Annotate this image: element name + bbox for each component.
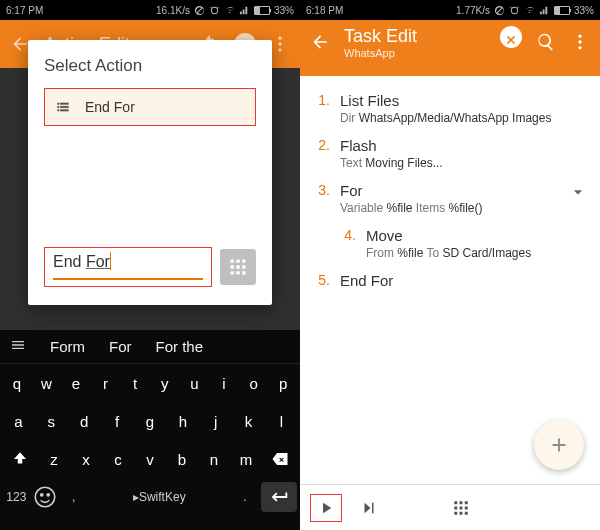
task-list: 1.List FilesDir WhatsApp/Media/WhatsApp … <box>300 76 600 476</box>
key-u[interactable]: u <box>181 368 207 398</box>
key-n[interactable]: n <box>201 444 227 474</box>
suggestion[interactable]: For <box>109 338 132 355</box>
period-key[interactable]: . <box>232 482 258 512</box>
category-grid-button[interactable] <box>220 249 256 285</box>
key-c[interactable]: c <box>105 444 131 474</box>
fab-add[interactable] <box>534 420 584 470</box>
back-icon[interactable] <box>310 32 330 52</box>
page-subtitle: WhatsApp <box>344 47 486 59</box>
more-icon[interactable] <box>570 32 590 52</box>
emoji-key[interactable] <box>32 482 58 512</box>
key-s[interactable]: s <box>38 406 64 436</box>
backspace-key[interactable] <box>262 444 298 474</box>
key-l[interactable]: l <box>268 406 294 436</box>
key-y[interactable]: y <box>152 368 178 398</box>
task-subtitle: From %file To SD Card/Images <box>366 246 588 260</box>
key-g[interactable]: g <box>137 406 163 436</box>
task-title: List Files <box>340 92 588 109</box>
list-icon <box>55 99 71 115</box>
key-e[interactable]: e <box>63 368 89 398</box>
wifi-icon <box>224 5 235 16</box>
key-w[interactable]: w <box>33 368 59 398</box>
search-input[interactable]: End For <box>44 247 212 287</box>
comma-key[interactable]: , <box>61 482 87 512</box>
key-d[interactable]: d <box>71 406 97 436</box>
key-k[interactable]: k <box>236 406 262 436</box>
task-number: 2. <box>312 137 330 170</box>
search-icon[interactable] <box>536 32 556 52</box>
key-a[interactable]: a <box>5 406 31 436</box>
action-result-label: End For <box>85 99 135 115</box>
page-title: Task Edit <box>344 26 486 47</box>
signal-icon <box>239 5 250 16</box>
task-title: Flash <box>340 137 588 154</box>
task-title: End For <box>340 272 588 289</box>
back-icon[interactable] <box>10 34 30 54</box>
numbers-key[interactable]: 123 <box>3 482 29 512</box>
task-number: 3. <box>312 182 330 215</box>
battery-icon <box>554 6 570 15</box>
more-icon[interactable] <box>270 34 290 54</box>
key-v[interactable]: v <box>137 444 163 474</box>
enter-key[interactable] <box>261 482 297 512</box>
status-batt-pct: 33% <box>274 5 294 16</box>
task-title: For <box>340 182 558 199</box>
key-b[interactable]: b <box>169 444 195 474</box>
key-h[interactable]: h <box>170 406 196 436</box>
task-title: Move <box>366 227 588 244</box>
svg-point-4 <box>41 494 43 496</box>
select-action-modal: Select Action End For End For <box>28 40 272 305</box>
suggestion[interactable]: For the <box>156 338 204 355</box>
alarm-icon <box>209 5 220 16</box>
play-button[interactable] <box>310 494 342 522</box>
key-x[interactable]: x <box>73 444 99 474</box>
task-item[interactable]: 5.End For <box>312 266 588 295</box>
expand-toggle[interactable] <box>568 182 588 215</box>
key-j[interactable]: j <box>203 406 229 436</box>
task-item[interactable]: 2.FlashText Moving Files... <box>312 131 588 176</box>
space-key[interactable]: ▸ SwiftKey <box>89 482 229 512</box>
no-disturb-icon <box>194 5 205 16</box>
hamburger-icon[interactable] <box>10 337 26 356</box>
grid-icon[interactable] <box>452 499 470 517</box>
key-z[interactable]: z <box>41 444 67 474</box>
svg-point-5 <box>47 494 49 496</box>
svg-point-2 <box>278 48 281 51</box>
status-net: 16.1K/s <box>156 5 190 16</box>
action-result-row[interactable]: End For <box>44 88 256 126</box>
key-f[interactable]: f <box>104 406 130 436</box>
svg-point-7 <box>578 40 581 43</box>
signal-icon <box>539 5 550 16</box>
appbar-right: Task Edit WhatsApp <box>300 20 600 76</box>
task-number: 5. <box>312 272 330 289</box>
status-time: 6:18 PM <box>306 5 343 16</box>
modal-title: Select Action <box>44 56 256 76</box>
task-subtitle: Text Moving Files... <box>340 156 588 170</box>
suggestion[interactable]: Form <box>50 338 85 355</box>
bottom-toolbar <box>300 484 600 530</box>
key-i[interactable]: i <box>211 368 237 398</box>
task-item[interactable]: 3.ForVariable %file Items %file() <box>312 176 588 221</box>
battery-icon <box>254 6 270 15</box>
key-p[interactable]: p <box>270 368 296 398</box>
key-m[interactable]: m <box>233 444 259 474</box>
grid-icon <box>228 257 248 277</box>
key-o[interactable]: o <box>241 368 267 398</box>
task-item[interactable]: 4.MoveFrom %file To SD Card/Images <box>338 221 588 266</box>
svg-point-0 <box>278 37 281 40</box>
svg-point-3 <box>35 487 55 507</box>
task-item[interactable]: 1.List FilesDir WhatsApp/Media/WhatsApp … <box>312 86 588 131</box>
search-input-text: End For <box>53 253 111 270</box>
key-q[interactable]: q <box>4 368 30 398</box>
step-icon[interactable] <box>360 499 378 517</box>
task-subtitle: Dir WhatsApp/Media/WhatsApp Images <box>340 111 588 125</box>
plus-icon <box>548 434 570 456</box>
wifi-icon <box>524 5 535 16</box>
svg-point-8 <box>578 46 581 49</box>
key-r[interactable]: r <box>93 368 119 398</box>
task-number: 4. <box>338 227 356 260</box>
chevron-down-icon <box>568 182 588 202</box>
close-button[interactable] <box>500 26 522 48</box>
shift-key[interactable] <box>2 444 38 474</box>
key-t[interactable]: t <box>122 368 148 398</box>
